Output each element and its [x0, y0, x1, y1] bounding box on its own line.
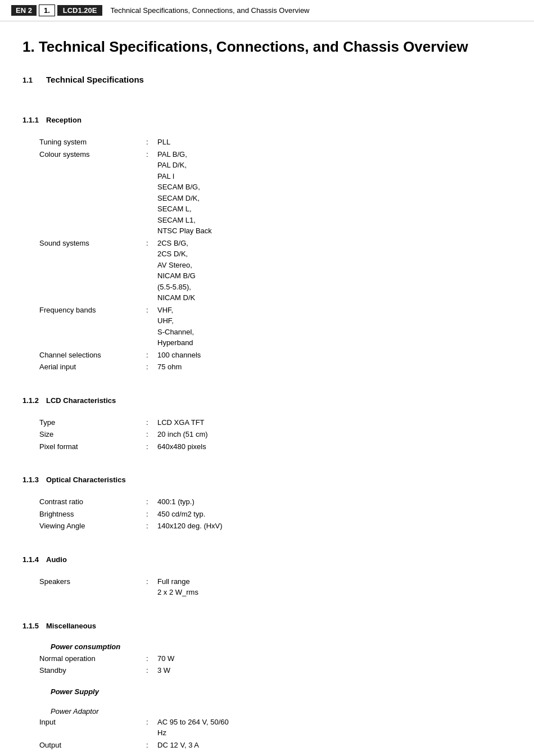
spec-value-line: LCD XGA TFT	[157, 417, 512, 428]
spec-value: 400:1 (typ.)	[157, 496, 512, 508]
spec-label: Frequency bands	[22, 305, 146, 316]
spec-label: Input	[22, 717, 146, 728]
power-adaptor-label: Power Adaptor	[22, 707, 512, 716]
spec-label: Size	[22, 429, 146, 440]
section-1-1-4-header: 1.1.4 Audio	[22, 545, 512, 569]
spec-value: Full range2 x 2 W_rms	[157, 576, 512, 598]
spec-value-line: 2CS B/G,	[157, 238, 512, 249]
spec-value-line: UHF,	[157, 315, 512, 327]
table-row: Standby:3 W	[22, 665, 512, 676]
section-1-1-1-header: 1.1.1 Reception	[22, 106, 512, 130]
header-model-badge: LCD1.20E	[57, 5, 103, 16]
spec-value-line: PAL B/G,	[157, 149, 512, 160]
spec-value-line: Hyperband	[157, 337, 512, 348]
spec-value: 20 inch (51 cm)	[157, 429, 512, 440]
table-row: Viewing Angle:140x120 deg. (HxV)	[22, 520, 512, 532]
spec-value-line: Hz	[157, 727, 512, 739]
spec-value: 70 W	[157, 653, 512, 664]
table-row: Pixel format:640x480 pixels	[22, 441, 512, 452]
section-1-1-1-label: Reception	[46, 116, 82, 124]
power-consumption-label: Power consumption	[22, 642, 512, 651]
spec-label: Tuning system	[22, 137, 146, 148]
spec-colon: :	[146, 509, 157, 520]
section-1-1-2-header: 1.1.2 LCD Characteristics	[22, 386, 512, 410]
spec-value-line: Full range	[157, 576, 512, 587]
spec-value-line: SECAM D/K,	[157, 193, 512, 204]
section-1-1-5-header: 1.1.5 Miscellaneous	[22, 612, 512, 636]
spec-value-line: 450 cd/m2 typ.	[157, 509, 512, 520]
header-title: Technical Specifications, Connections, a…	[110, 6, 309, 15]
spec-value: VHF,UHF,S-Channel,Hyperband	[157, 305, 512, 348]
table-row: Frequency bands:VHF,UHF,S-Channel,Hyperb…	[22, 305, 512, 348]
spec-value-line: PAL D/K,	[157, 160, 512, 171]
spec-value-line: NICAM B/G	[157, 270, 512, 282]
spec-colon: :	[146, 717, 157, 728]
spec-value-line: S-Channel,	[157, 327, 512, 338]
spec-value: LCD XGA TFT	[157, 417, 512, 428]
spec-value-line: NTSC Play Back	[157, 225, 512, 237]
table-row: Channel selections:100 channels	[22, 350, 512, 361]
spec-value-line: SECAM L1,	[157, 215, 512, 226]
spec-value-line: 400:1 (typ.)	[157, 496, 512, 508]
section-1-1-2-label: LCD Characteristics	[46, 396, 116, 405]
spec-label: Speakers	[22, 576, 146, 587]
spec-colon: :	[146, 149, 157, 160]
table-row: Contrast ratio:400:1 (typ.)	[22, 496, 512, 508]
spec-colon: :	[146, 520, 157, 532]
header-bar: EN 2 1. LCD1.20E Technical Specification…	[0, 0, 534, 21]
power-specs: Normal operation:70 WStandby:3 W	[22, 653, 512, 676]
optical-specs: Contrast ratio:400:1 (typ.)Brightness:45…	[22, 496, 512, 532]
spec-value-line: 2 x 2 W_rms	[157, 587, 512, 598]
section-1-1-header: 1.1 Technical Specifications	[22, 69, 512, 92]
table-row: Normal operation:70 W	[22, 653, 512, 664]
table-row: Sound systems:2CS B/G,2CS D/K,AV Stereo,…	[22, 238, 512, 304]
table-row: Tuning system:PLL	[22, 137, 512, 148]
audio-specs: Speakers:Full range2 x 2 W_rms	[22, 576, 512, 598]
spec-colon: :	[146, 305, 157, 316]
header-en-badge: EN 2	[11, 5, 37, 16]
spec-colon: :	[146, 653, 157, 664]
spec-value-line: PAL I	[157, 171, 512, 182]
spec-label: Pixel format	[22, 441, 146, 452]
spec-value: PLL	[157, 137, 512, 148]
table-row: Input:AC 95 to 264 V, 50/60Hz	[22, 717, 512, 739]
table-row: Brightness:450 cd/m2 typ.	[22, 509, 512, 520]
table-row: Type:LCD XGA TFT	[22, 417, 512, 428]
section-1-1-3-label: Optical Characteristics	[46, 476, 126, 484]
spec-colon: :	[146, 350, 157, 361]
section-1-1-1-number: 1.1.1	[22, 116, 43, 124]
spec-colon: :	[146, 740, 157, 751]
spec-value-line: 70 W	[157, 653, 512, 664]
spec-colon: :	[146, 665, 157, 676]
spec-value: 640x480 pixels	[157, 441, 512, 452]
spec-label: Colour systems	[22, 149, 146, 160]
spec-value-line: AC 95 to 264 V, 50/60	[157, 717, 512, 728]
section-1-1-5-label: Miscellaneous	[46, 622, 96, 630]
spec-value-line: NICAM D/K	[157, 292, 512, 304]
spec-colon: :	[146, 496, 157, 508]
section-1-1-2-number: 1.1.2	[22, 396, 43, 405]
spec-label: Channel selections	[22, 350, 146, 361]
page-title: 1. Technical Specifications, Connections…	[22, 38, 512, 56]
main-content: 1. Technical Specifications, Connections…	[0, 21, 534, 756]
spec-value: 75 ohm	[157, 361, 512, 373]
spec-label: Brightness	[22, 509, 146, 520]
section-1-1-4-label: Audio	[46, 555, 67, 564]
table-row: Speakers:Full range2 x 2 W_rms	[22, 576, 512, 598]
table-row: Output:DC 12 V, 3 A	[22, 740, 512, 751]
spec-value: AC 95 to 264 V, 50/60Hz	[157, 717, 512, 739]
spec-value-line: 3 W	[157, 665, 512, 676]
table-row: Size:20 inch (51 cm)	[22, 429, 512, 440]
spec-label: Standby	[22, 665, 146, 676]
spec-value-line: (5.5-5.85),	[157, 282, 512, 293]
spec-value-line: SECAM B/G,	[157, 182, 512, 193]
spec-value: 100 channels	[157, 350, 512, 361]
spec-label: Normal operation	[22, 653, 146, 664]
spec-value-line: PLL	[157, 137, 512, 148]
section-1-1-number: 1.1	[22, 76, 43, 84]
spec-value-line: 140x120 deg. (HxV)	[157, 520, 512, 532]
table-row: Colour systems:PAL B/G,PAL D/K,PAL ISECA…	[22, 149, 512, 237]
spec-colon: :	[146, 137, 157, 148]
spec-label: Aerial input	[22, 361, 146, 373]
spec-label: Contrast ratio	[22, 496, 146, 508]
